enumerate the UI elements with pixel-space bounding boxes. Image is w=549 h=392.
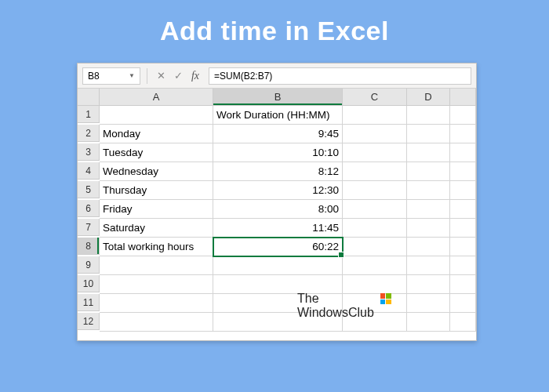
page-title: Add time in Excel — [0, 0, 549, 46]
cell-d1[interactable] — [407, 106, 450, 125]
row-header-11[interactable]: 11 — [78, 294, 100, 311]
divider — [147, 68, 147, 84]
excel-window: B8 ▼ ✕ ✓ fx =SUM(B2:B7) A B C D 1 Work D… — [77, 63, 477, 341]
cell-a7[interactable]: Saturday — [100, 219, 213, 238]
cell-c2[interactable] — [343, 125, 407, 143]
cell-d7[interactable] — [407, 219, 450, 238]
cell-b11[interactable] — [213, 294, 343, 313]
cell-c5[interactable] — [343, 181, 407, 200]
cell-c6[interactable] — [343, 200, 407, 219]
formula-input[interactable]: =SUM(B2:B7) — [209, 67, 471, 85]
row-header-10[interactable]: 10 — [78, 275, 100, 292]
col-header-b[interactable]: B — [213, 89, 343, 106]
name-box[interactable]: B8 ▼ — [82, 67, 140, 85]
cell-d3[interactable] — [407, 143, 450, 162]
name-box-value: B8 — [88, 71, 100, 82]
cell-e1[interactable] — [450, 106, 476, 125]
col-header-d[interactable]: D — [407, 89, 450, 106]
cell-c8[interactable] — [343, 238, 407, 256]
cancel-icon[interactable]: ✕ — [154, 69, 168, 83]
cell-b5[interactable]: 12:30 — [213, 181, 343, 200]
cell-a4[interactable]: Wednesday — [100, 162, 213, 181]
cell-e5[interactable] — [450, 181, 476, 200]
fx-icon[interactable]: fx — [188, 69, 202, 83]
col-header-c[interactable]: C — [343, 89, 407, 106]
cell-b4[interactable]: 8:12 — [213, 162, 343, 181]
row-header-3[interactable]: 3 — [78, 143, 100, 161]
col-header-a[interactable]: A — [100, 89, 213, 106]
cell-e9[interactable] — [450, 256, 476, 275]
cell-c11[interactable] — [343, 294, 407, 313]
select-all-corner[interactable] — [78, 89, 100, 106]
cell-d5[interactable] — [407, 181, 450, 200]
cell-e4[interactable] — [450, 162, 476, 181]
formula-bar: B8 ▼ ✕ ✓ fx =SUM(B2:B7) — [78, 64, 476, 89]
cell-c10[interactable] — [343, 275, 407, 294]
cell-e10[interactable] — [450, 275, 476, 294]
cell-d4[interactable] — [407, 162, 450, 181]
cell-e7[interactable] — [450, 219, 476, 238]
cell-c9[interactable] — [343, 256, 407, 275]
cell-c7[interactable] — [343, 219, 407, 238]
row-header-2[interactable]: 2 — [78, 125, 100, 142]
cell-b9[interactable] — [213, 256, 343, 275]
cell-e3[interactable] — [450, 143, 476, 162]
row-header-12[interactable]: 12 — [78, 313, 100, 330]
cell-d2[interactable] — [407, 125, 450, 143]
cell-b7[interactable]: 11:45 — [213, 219, 343, 238]
row-header-7[interactable]: 7 — [78, 219, 100, 236]
col-header-extra[interactable] — [450, 89, 476, 106]
cell-e2[interactable] — [450, 125, 476, 143]
cell-b8[interactable]: 60:22 — [213, 238, 343, 256]
cell-d9[interactable] — [407, 256, 450, 275]
cell-d10[interactable] — [407, 275, 450, 294]
cell-e12[interactable] — [450, 313, 476, 332]
formula-text: =SUM(B2:B7) — [214, 71, 272, 82]
cell-a12[interactable] — [100, 313, 213, 332]
row-header-4[interactable]: 4 — [78, 162, 100, 180]
cell-b6[interactable]: 8:00 — [213, 200, 343, 219]
cell-e6[interactable] — [450, 200, 476, 219]
cell-a2[interactable]: Monday — [100, 125, 213, 143]
cell-b1[interactable]: Work Duration (HH:MM) — [213, 106, 343, 125]
row-header-8[interactable]: 8 — [78, 238, 100, 255]
cell-a10[interactable] — [100, 275, 213, 294]
cell-b3[interactable]: 10:10 — [213, 143, 343, 162]
row-header-5[interactable]: 5 — [78, 181, 100, 198]
cell-a8[interactable]: Total working hours — [100, 238, 213, 256]
cell-d11[interactable] — [407, 294, 450, 313]
chevron-down-icon[interactable]: ▼ — [129, 72, 135, 79]
cell-d12[interactable] — [407, 313, 450, 332]
cell-a5[interactable]: Thursday — [100, 181, 213, 200]
cell-c1[interactable] — [343, 106, 407, 125]
row-header-1[interactable]: 1 — [78, 106, 100, 123]
cell-d6[interactable] — [407, 200, 450, 219]
cell-a9[interactable] — [100, 256, 213, 275]
cell-d8[interactable] — [407, 238, 450, 256]
cell-c4[interactable] — [343, 162, 407, 181]
cell-c12[interactable] — [343, 313, 407, 332]
cell-a6[interactable]: Friday — [100, 200, 213, 219]
row-header-6[interactable]: 6 — [78, 200, 100, 217]
check-icon[interactable]: ✓ — [171, 69, 185, 83]
cell-c3[interactable] — [343, 143, 407, 162]
cell-e11[interactable] — [450, 294, 476, 313]
cell-a11[interactable] — [100, 294, 213, 313]
cell-a3[interactable]: Tuesday — [100, 143, 213, 162]
spreadsheet-grid[interactable]: A B C D 1 Work Duration (HH:MM) 2 Monday… — [78, 89, 476, 332]
cell-b10[interactable] — [213, 275, 343, 294]
cell-a1[interactable] — [100, 106, 213, 125]
cell-b12[interactable] — [213, 313, 343, 332]
cell-b2[interactable]: 9:45 — [213, 125, 343, 143]
row-header-9[interactable]: 9 — [78, 256, 100, 274]
cell-e8[interactable] — [450, 238, 476, 256]
